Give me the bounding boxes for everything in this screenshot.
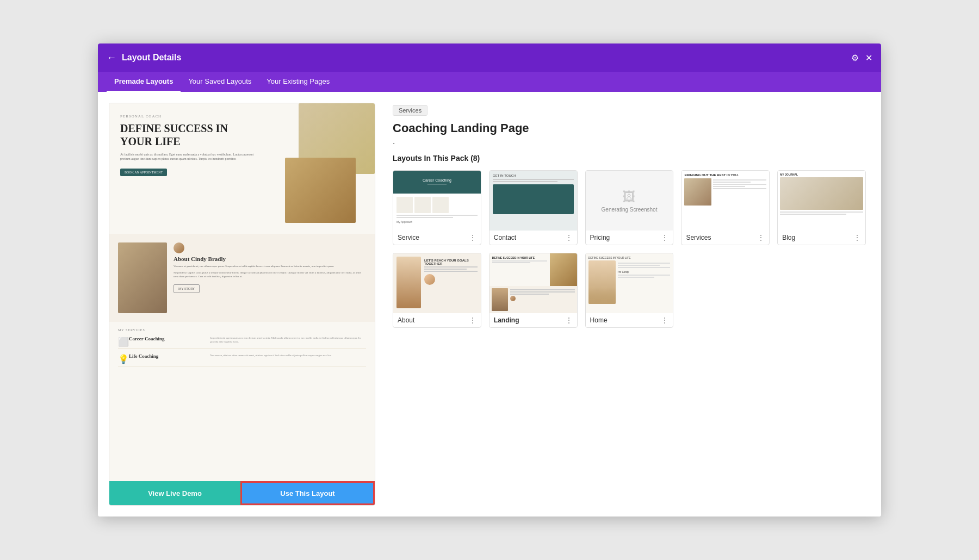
layout-footer-blog: Blog ⋮ <box>778 231 865 245</box>
modal-title: Layout Details <box>122 53 181 63</box>
layout-name-landing: Landing <box>494 316 519 324</box>
tab-premade-layouts[interactable]: Premade Layouts <box>107 72 181 92</box>
settings-icon[interactable]: ⚙ <box>851 53 859 63</box>
about-image <box>118 242 167 313</box>
tab-existing-pages[interactable]: Your Existing Pages <box>259 72 337 92</box>
back-button[interactable]: ← <box>107 52 116 64</box>
layouts-grid: Career Coaching────────── My Approach <box>393 170 866 328</box>
layout-card-pricing[interactable]: 🖼 Generating Screenshot Pricing ⋮ <box>585 170 674 245</box>
layout-menu-service[interactable]: ⋮ <box>469 234 476 241</box>
layout-thumb-blog: MY JOURNAL <box>778 171 865 231</box>
layout-name-about: About <box>398 316 414 324</box>
layout-card-contact[interactable]: GET IN TOUCH Contact ⋮ <box>489 170 578 245</box>
layout-menu-services[interactable]: ⋮ <box>757 234 765 241</box>
layout-menu-contact[interactable]: ⋮ <box>565 234 573 241</box>
header-left: ← Layout Details <box>107 52 181 64</box>
modal-header: ← Layout Details ⚙ ✕ <box>98 43 881 72</box>
service-desc-career: Imperdiet nisl eget mauris nec non dictu… <box>210 336 366 344</box>
pack-dot: · <box>393 139 866 148</box>
header-right: ⚙ ✕ <box>851 53 872 63</box>
about-content: About Cindy Bradly Vivamus ut gravida mi… <box>174 242 366 313</box>
layout-thumb-contact: GET IN TOUCH <box>490 171 577 231</box>
layout-footer-about: About ⋮ <box>393 313 481 327</box>
life-icon: 💡 <box>118 354 126 362</box>
layout-card-landing[interactable]: DEFINE SUCCESS IN YOUR LIFE <box>489 253 578 328</box>
site-headline: DEFINE SUCCESS IN YOUR LIFE <box>120 122 255 148</box>
service-item-career: ⬜ Career Coaching Imperdiet nisl eget ma… <box>118 336 366 349</box>
layout-card-home[interactable]: DEFINE SUCCESS IN YOUR LIFE I'm Cindy <box>585 253 674 328</box>
service-desc-life: Nec massa, ultrices vitae ornare sit ame… <box>210 353 366 357</box>
layout-card-about[interactable]: LET'S REACH YOUR GOALS TOGETHER About ⋮ <box>393 253 481 328</box>
service-item-life: 💡 Life Coaching Nec massa, ultrices vita… <box>118 353 366 366</box>
layout-menu-landing[interactable]: ⋮ <box>565 316 573 324</box>
service-name-life: Life Coaching <box>129 353 207 359</box>
about-text-2: Suspendisse sagittis lacus purus a tempo… <box>174 271 366 279</box>
career-icon: ⬜ <box>118 337 126 344</box>
layout-name-blog: Blog <box>782 234 795 241</box>
site-hero: PERSONAL COACH DEFINE SUCCESS IN YOUR LI… <box>109 103 375 234</box>
layout-footer-pricing: Pricing ⋮ <box>586 231 673 245</box>
preview-panel: PERSONAL COACH DEFINE SUCCESS IN YOUR LI… <box>109 103 375 506</box>
layout-name-services: Services <box>686 234 711 241</box>
layout-card-blog[interactable]: MY JOURNAL Blog ⋮ <box>777 170 866 245</box>
layout-menu-home[interactable]: ⋮ <box>661 316 668 324</box>
pack-title: Coaching Landing Page <box>393 121 866 135</box>
services-label: MY SERVICES <box>118 328 366 332</box>
layout-name-service: Service <box>398 234 419 241</box>
layout-menu-about[interactable]: ⋮ <box>469 316 476 324</box>
layout-thumb-about: LET'S REACH YOUR GOALS TOGETHER <box>393 253 481 313</box>
about-avatar <box>174 242 184 253</box>
layout-footer-home: Home ⋮ <box>586 313 673 327</box>
service-name-career: Career Coaching <box>129 336 207 341</box>
layout-menu-pricing[interactable]: ⋮ <box>661 234 668 241</box>
hero-cta-button[interactable]: BOOK AN APPOINTMENT <box>120 169 167 176</box>
generating-screenshot: 🖼 Generating Screenshot <box>586 171 673 231</box>
layout-thumb-home: DEFINE SUCCESS IN YOUR LIFE I'm Cindy <box>586 253 673 313</box>
coach-label: PERSONAL COACH <box>120 114 255 119</box>
layout-footer-services: Services ⋮ <box>681 231 769 245</box>
layout-details-modal: ← Layout Details ⚙ ✕ Premade Layouts You… <box>98 43 881 517</box>
layout-thumb-landing: DEFINE SUCCESS IN YOUR LIFE <box>490 253 577 313</box>
category-badge: Services <box>393 105 427 116</box>
layout-thumb-service: Career Coaching────────── My Approach <box>393 171 481 231</box>
about-text: Vivamus ut gravida mi, nec ullamcorper p… <box>174 264 366 269</box>
tab-saved-layouts[interactable]: Your Saved Layouts <box>181 72 259 92</box>
site-services: MY SERVICES ⬜ Career Coaching Imperdiet … <box>109 322 375 377</box>
layout-card-services[interactable]: BRINGING OUT THE BEST IN YOU. <box>681 170 770 245</box>
layout-card-service[interactable]: Career Coaching────────── My Approach <box>393 170 481 245</box>
generating-text: Generating Screenshot <box>602 207 658 213</box>
site-hero-text: PERSONAL COACH DEFINE SUCCESS IN YOUR LI… <box>109 103 266 234</box>
layout-menu-blog[interactable]: ⋮ <box>853 234 861 241</box>
use-layout-button[interactable]: Use This Layout <box>240 481 375 505</box>
detail-panel: Services Coaching Landing Page · Layouts… <box>388 103 870 506</box>
preview-buttons: View Live Demo Use This Layout <box>109 481 375 505</box>
about-name: About Cindy Bradly <box>174 256 366 262</box>
layout-footer-landing: Landing ⋮ <box>490 313 577 327</box>
hero-body-text: At facilisis morbi quis ac dis nullam. E… <box>120 152 255 161</box>
close-icon[interactable]: ✕ <box>865 53 872 63</box>
layouts-label: Layouts In This Pack (8) <box>393 154 866 163</box>
layout-thumb-services: BRINGING OUT THE BEST IN YOU. <box>681 171 769 231</box>
site-preview: PERSONAL COACH DEFINE SUCCESS IN YOUR LI… <box>109 103 375 377</box>
hero-image-blocks <box>285 158 356 223</box>
view-demo-button[interactable]: View Live Demo <box>109 481 240 505</box>
content-area: PERSONAL COACH DEFINE SUCCESS IN YOUR LI… <box>98 92 881 517</box>
layout-name-home: Home <box>590 316 608 324</box>
layout-footer-service: Service ⋮ <box>393 231 481 245</box>
layout-footer-contact: Contact ⋮ <box>490 231 577 245</box>
preview-scroll: PERSONAL COACH DEFINE SUCCESS IN YOUR LI… <box>109 103 375 481</box>
layout-thumb-pricing: 🖼 Generating Screenshot <box>586 171 673 231</box>
layout-name-pricing: Pricing <box>590 234 610 241</box>
placeholder-icon: 🖼 <box>602 189 658 204</box>
tabs-bar: Premade Layouts Your Saved Layouts Your … <box>98 72 881 92</box>
my-story-button[interactable]: MY STORY <box>174 284 200 293</box>
site-about: About Cindy Bradly Vivamus ut gravida mi… <box>109 234 375 322</box>
hero-images <box>266 103 375 234</box>
layout-name-contact: Contact <box>494 234 516 241</box>
